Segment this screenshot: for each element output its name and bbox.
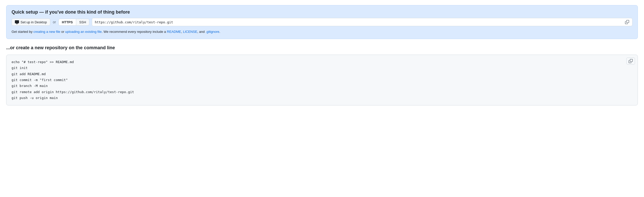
https-button[interactable]: HTTPS (59, 19, 76, 25)
repo-url: https://github.com/ritaly/test-repo.git (95, 20, 173, 24)
quick-setup-title: Quick setup — if you've done this kind o… (12, 9, 632, 15)
hint-or: or (60, 30, 65, 34)
ssh-button[interactable]: SSH (76, 19, 89, 25)
url-display-box: https://github.com/ritaly/test-repo.git (92, 18, 632, 26)
desktop-icon (15, 20, 19, 24)
copy-code-icon (629, 59, 633, 63)
copy-url-button[interactable] (625, 19, 630, 25)
license-link[interactable]: LICENSE (183, 30, 197, 34)
quick-setup-hint: Get started by creating a new file or up… (12, 29, 632, 35)
protocol-toggle: HTTPS SSH (58, 19, 89, 26)
hint-comma2: , and (197, 30, 206, 34)
hint-period: . (219, 30, 220, 34)
readme-link[interactable]: README (167, 30, 181, 34)
hint-text-after: . We recommend every repository include … (102, 30, 167, 34)
quick-setup-controls: Set up in Desktop or HTTPS SSH https://g… (12, 18, 632, 26)
copy-code-button[interactable] (626, 57, 635, 65)
page-container: Quick setup — if you've done this kind o… (0, 0, 644, 112)
hint-text-before: Get started by (12, 30, 33, 34)
quick-setup-panel: Quick setup — if you've done this kind o… (6, 5, 638, 39)
command-line-section: ...or create a new repository on the com… (6, 44, 638, 106)
gitignore-link[interactable]: .gitignore (206, 30, 219, 34)
setup-desktop-button[interactable]: Set up in Desktop (12, 18, 50, 26)
copy-icon (625, 20, 629, 24)
uploading-file-link[interactable]: uploading an existing file (65, 30, 102, 34)
code-block-container: echo "# test-repo" >> README.md git init… (6, 55, 638, 105)
code-block: echo "# test-repo" >> README.md git init… (12, 59, 632, 101)
setup-desktop-label: Set up in Desktop (21, 20, 47, 24)
command-line-title: ...or create a new repository on the com… (6, 45, 638, 51)
creating-new-file-link[interactable]: creating a new file (33, 30, 60, 34)
or-separator: or (53, 20, 56, 24)
